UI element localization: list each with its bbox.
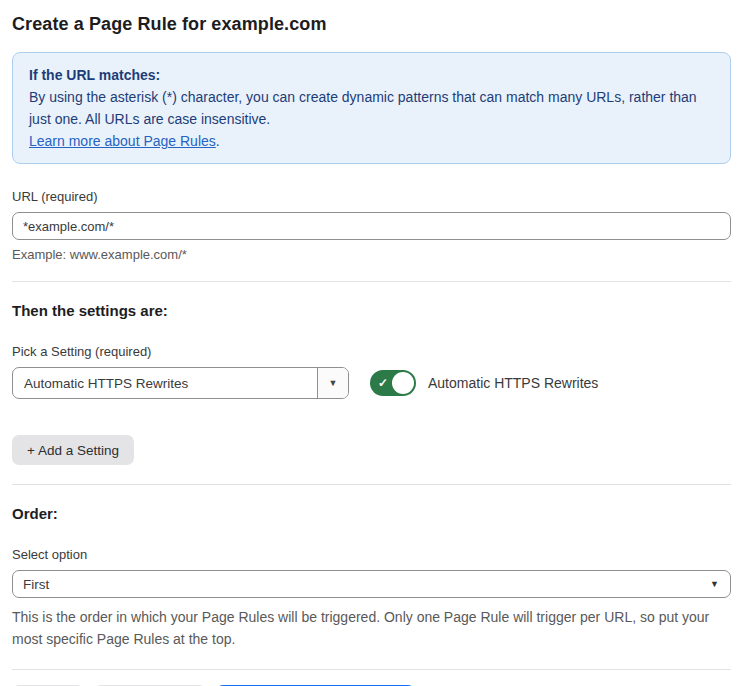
toggle-label: Automatic HTTPS Rewrites [428, 375, 598, 391]
divider [12, 281, 731, 282]
url-field-helper: Example: www.example.com/* [12, 247, 731, 262]
info-box-link-line: Learn more about Page Rules. [29, 130, 714, 152]
setting-dropdown-value: Automatic HTTPS Rewrites [13, 368, 317, 398]
url-input[interactable] [12, 212, 731, 240]
setting-dropdown-arrow-button[interactable]: ▼ [317, 368, 348, 398]
url-field-label: URL (required) [12, 189, 731, 204]
https-rewrites-toggle[interactable]: ✓ [370, 370, 416, 396]
divider [12, 669, 731, 670]
page-title: Create a Page Rule for example.com [12, 14, 731, 35]
learn-more-link[interactable]: Learn more about Page Rules [29, 133, 216, 149]
link-suffix: . [216, 133, 220, 149]
toggle-group: ✓ Automatic HTTPS Rewrites [370, 370, 598, 396]
add-setting-button[interactable]: + Add a Setting [12, 435, 134, 465]
order-select-value: First [23, 577, 49, 592]
check-icon: ✓ [378, 377, 388, 389]
order-section-heading: Order: [12, 505, 731, 522]
order-select-label: Select option [12, 547, 731, 562]
info-box-heading: If the URL matches: [29, 64, 714, 86]
setting-dropdown[interactable]: Automatic HTTPS Rewrites ▼ [12, 367, 349, 399]
settings-section-heading: Then the settings are: [12, 302, 731, 319]
order-helper-text: This is the order in which your Page Rul… [12, 606, 731, 650]
url-match-info-box: If the URL matches: By using the asteris… [12, 52, 731, 164]
chevron-down-icon: ▼ [329, 378, 338, 388]
order-select[interactable]: First ▼ [12, 570, 731, 598]
pick-setting-label: Pick a Setting (required) [12, 344, 731, 359]
divider [12, 484, 731, 485]
toggle-knob [392, 372, 414, 394]
setting-row: Automatic HTTPS Rewrites ▼ ✓ Automatic H… [12, 367, 731, 399]
info-box-body: By using the asterisk (*) character, you… [29, 86, 714, 130]
chevron-down-icon: ▼ [710, 579, 719, 589]
